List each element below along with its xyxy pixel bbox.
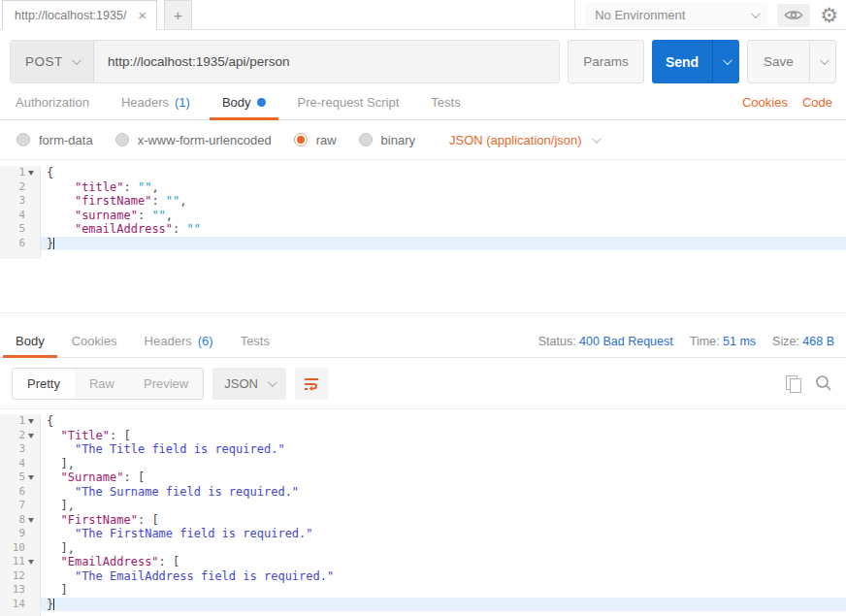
code-line[interactable]: "emailAddress": "" (41, 222, 846, 237)
cookies-link[interactable]: Cookies (742, 95, 788, 110)
editor-line[interactable]: 9 "The FirstName field is required." (0, 527, 846, 541)
code-line[interactable]: ], (41, 499, 846, 513)
save-options-caret[interactable] (809, 41, 835, 82)
tab-headers[interactable]: Headers (1) (121, 84, 190, 119)
code-line[interactable]: { (41, 414, 846, 429)
fold-caret-icon[interactable] (27, 559, 36, 565)
tab-body[interactable]: Body (222, 84, 266, 119)
tab-tests[interactable]: Tests (431, 84, 460, 119)
code-line[interactable]: ], (41, 541, 846, 556)
radio-binary[interactable]: binary (359, 133, 415, 147)
params-button[interactable]: Params (568, 40, 644, 83)
send-options-caret[interactable] (712, 40, 739, 83)
code-line[interactable]: "firstName": "", (41, 194, 846, 209)
editor-line[interactable]: 3 "The Title field is required." (0, 442, 846, 457)
editor-line[interactable]: 5 "emailAddress": "" (0, 222, 846, 237)
code-line[interactable]: "The Title field is required." (41, 442, 846, 457)
request-body-editor[interactable]: 1{2 "title": "",3 "firstName": "",4 "sur… (0, 159, 846, 313)
code-line[interactable]: "surname": "", (41, 209, 846, 223)
code-line[interactable]: "FirstName": [ (41, 513, 846, 528)
editor-line[interactable]: 1{ (0, 166, 846, 180)
fold-caret-placeholder (27, 198, 36, 204)
fold-caret-icon[interactable] (27, 170, 36, 176)
settings-gear-icon[interactable]: ⚙ (820, 5, 838, 25)
environment-quicklook-button[interactable] (777, 4, 810, 27)
tab-pre-request-script[interactable]: Pre-request Script (298, 84, 400, 119)
response-tab-cookies[interactable]: Cookies (72, 325, 117, 357)
fold-caret-icon[interactable] (27, 517, 36, 523)
code-line[interactable]: "The Surname field is required." (41, 485, 846, 500)
tab-authorization[interactable]: Authorization (16, 84, 89, 119)
search-icon[interactable] (815, 374, 832, 392)
request-section-tabs: Authorization Headers (1) Body Pre-reque… (0, 84, 846, 120)
request-tab[interactable]: http://localhost:1935/ × (2, 0, 157, 30)
size-badge: Size: 468 B (772, 335, 834, 348)
code-line[interactable]: "EmailAddress": [ (41, 555, 846, 569)
radio-x-www-form-urlencoded[interactable]: x-www-form-urlencoded (115, 133, 272, 147)
code-line[interactable]: } (41, 237, 846, 251)
editor-line[interactable]: 1{ (0, 414, 846, 429)
url-input[interactable]: http://localhost:1935/api/person (94, 41, 559, 82)
tab-label: Body (16, 334, 45, 348)
editor-line[interactable]: 13 ] (0, 583, 846, 598)
code-line[interactable]: "title": "", (41, 180, 846, 195)
content-type-dropdown[interactable]: JSON (application/json) (449, 133, 599, 147)
editor-line[interactable]: 14} (0, 598, 846, 612)
response-body-editor[interactable]: 1{2 "Title": [3 "The Title field is requ… (0, 408, 846, 613)
view-raw-button[interactable]: Raw (75, 369, 129, 399)
response-tab-headers[interactable]: Headers (6) (145, 325, 213, 357)
close-tab-icon[interactable]: × (136, 8, 148, 22)
code-line[interactable]: ] (41, 583, 846, 598)
editor-line[interactable]: 4 "surname": "", (0, 209, 846, 223)
chevron-down-icon (592, 134, 602, 144)
editor-line[interactable]: 7 ], (0, 499, 846, 513)
copy-icon[interactable] (786, 375, 798, 391)
editor-line[interactable]: 5 "Surname": [ (0, 470, 846, 485)
tab-label: Headers (121, 95, 169, 110)
fold-caret-icon[interactable] (27, 433, 36, 438)
fold-caret-icon[interactable] (27, 418, 36, 424)
view-pretty-button[interactable]: Pretty (13, 369, 75, 399)
editor-line[interactable]: 2 "title": "", (0, 180, 846, 195)
code-line[interactable]: "Title": [ (41, 429, 846, 443)
chevron-down-icon (819, 55, 829, 65)
editor-line[interactable]: 6} (0, 237, 846, 251)
editor-line[interactable]: 4 ], (0, 457, 846, 471)
line-number-gutter: 1 (0, 166, 41, 180)
save-button[interactable]: Save (747, 40, 836, 83)
fold-caret-placeholder (27, 212, 36, 218)
fold-caret-icon[interactable] (27, 474, 36, 480)
radio-form-data[interactable]: form-data (16, 133, 93, 147)
top-tab-bar: http://localhost:1935/ × + No Environmen… (0, 0, 846, 30)
editor-line[interactable]: 11 "EmailAddress": [ (0, 555, 846, 569)
editor-line[interactable]: 12 "The EmailAddress field is required." (0, 569, 846, 584)
method-label: POST (25, 54, 63, 69)
send-button[interactable]: Send (652, 40, 739, 83)
code-line[interactable]: { (41, 166, 846, 180)
environment-select[interactable]: No Environment (585, 3, 767, 28)
editor-line[interactable]: 6 "The Surname field is required." (0, 485, 846, 500)
code-line[interactable]: ], (41, 457, 846, 471)
code-link[interactable]: Code (802, 95, 832, 110)
method-dropdown[interactable]: POST (11, 41, 94, 82)
size-label: Size: (772, 335, 799, 348)
editor-line[interactable]: 10 ], (0, 541, 846, 556)
request-links: Cookies Code (742, 95, 832, 110)
editor-line[interactable]: 3 "firstName": "", (0, 194, 846, 209)
line-number-gutter: 5 (0, 470, 41, 485)
word-wrap-button[interactable] (295, 368, 329, 400)
code-line[interactable]: "Surname": [ (41, 470, 846, 485)
editor-line[interactable]: 8 "FirstName": [ (0, 513, 846, 528)
editor-line[interactable]: 2 "Title": [ (0, 429, 846, 443)
response-format-dropdown[interactable]: JSON (212, 368, 286, 400)
code-line[interactable]: } (41, 598, 846, 612)
view-preview-button[interactable]: Preview (129, 369, 203, 399)
radio-raw[interactable]: raw (294, 133, 337, 147)
line-number-gutter: 6 (0, 485, 41, 500)
code-line[interactable]: "The FirstName field is required." (41, 527, 846, 541)
new-tab-button[interactable]: + (164, 0, 192, 29)
tab-label: Cookies (72, 334, 117, 348)
response-tab-tests[interactable]: Tests (241, 325, 270, 357)
code-line[interactable]: "The EmailAddress field is required." (41, 569, 846, 584)
response-tab-body[interactable]: Body (16, 325, 45, 357)
